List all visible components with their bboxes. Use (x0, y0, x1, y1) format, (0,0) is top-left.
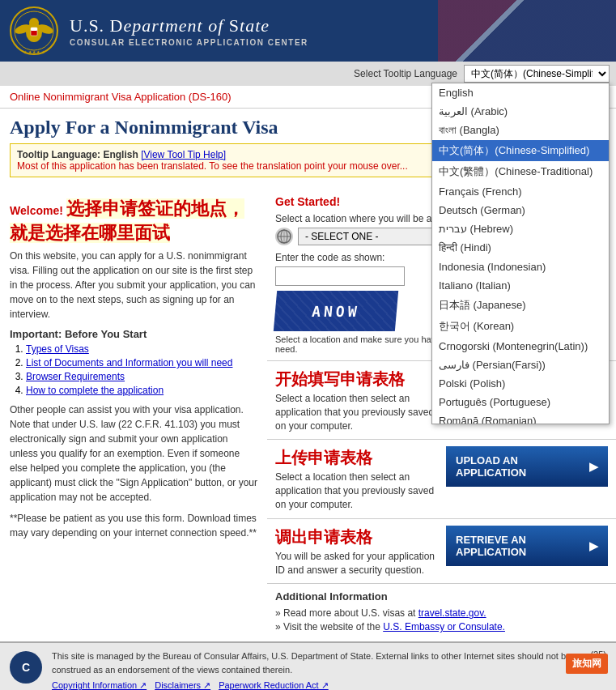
chinese-annotation-retrieve: 调出申请表格 (275, 526, 438, 548)
footer-logo: C (10, 651, 42, 684)
upload-action-text: 上传申请表格 Select a location then select an … (275, 446, 438, 511)
lang-option-17[interactable]: Română (Romanian) (432, 411, 609, 424)
flag-decoration (438, 0, 616, 62)
tooltip-overflow: Most of this application has been transl… (17, 160, 408, 172)
retrieve-action-text: 调出申请表格 You will be asked for your applic… (275, 526, 438, 577)
disclaimers-link[interactable]: Disclaimers ↗ (155, 679, 210, 690)
before-you-start-list: Types of Visas List of Documents and Inf… (10, 343, 257, 396)
language-bar: Select Tooltip Language Englishالعربية (… (0, 62, 616, 86)
lang-option-3[interactable]: 中文(简体）(Chinese-Simplified) (432, 140, 609, 161)
embassy-consulate-link[interactable]: U.S. Embassy or Consulate. (383, 621, 505, 632)
globe-icon (275, 228, 293, 245)
upload-btn-label: UPLOAD AN APPLICATION (456, 454, 589, 479)
site-title: U.S. Department of State CONSULAR ELECTR… (70, 15, 308, 47)
captcha-text: ANOW (311, 303, 360, 320)
arrow-icon-2: ▶ (589, 460, 598, 473)
lang-option-0[interactable]: English (432, 83, 609, 102)
svg-point-5 (29, 18, 39, 28)
lang-option-9[interactable]: Indonesia (Indonesian) (432, 258, 609, 276)
left-body-text: On this website, you can apply for a U.S… (10, 249, 257, 322)
lang-dropdown[interactable]: Englishالعربية (Arabic)বাংলা (Bangla)中文(… (431, 83, 610, 424)
patience-note: **Please be patient as you use this form… (10, 511, 257, 540)
lang-option-2[interactable]: বাংলা (Bangla) (432, 121, 609, 140)
lang-option-14[interactable]: فارسی (Persian(Farsi)) (432, 356, 609, 374)
upload-application-section: 上传申请表格 Select a location then select an … (267, 440, 616, 518)
lang-select-wrapper[interactable]: Englishالعربية (Arabic)বাংলা (Bangla)中文(… (464, 65, 610, 83)
copyright-link[interactable]: Copyright Information ↗ (52, 679, 147, 690)
get-started-text: Get Started! (275, 195, 340, 208)
page-title-link[interactable]: Online Nonimmigrant Visa Application (DS… (10, 91, 232, 103)
upload-application-button[interactable]: UPLOAD AN APPLICATION ▶ (446, 446, 608, 487)
additional-link1-prefix: Read more about U.S. visas at (283, 607, 418, 619)
start-action-text: 开始填写申请表格 Select a location then select a… (275, 368, 438, 432)
list-item: Types of Visas (26, 343, 257, 355)
site-footer: C This site is managed by the Bureau of … (0, 641, 616, 690)
lang-option-8[interactable]: हिन्दी (Hindi) (432, 238, 609, 258)
captcha-input[interactable] (275, 266, 405, 286)
start-description: Select a location then select an applica… (275, 393, 434, 432)
paperwork-link[interactable]: Paperwork Reduction Act ↗ (219, 679, 329, 690)
additional-info-title: Additional Information (275, 590, 608, 603)
retrieve-btn-label: RETRIEVE AN APPLICATION (456, 534, 589, 558)
lang-option-10[interactable]: Italiano (Italian) (432, 276, 609, 295)
lang-option-11[interactable]: 日本語 (Japanese) (432, 295, 609, 316)
lang-bar-label: Select Tooltip Language (354, 68, 457, 79)
tooltip-help-link[interactable]: [View Tool Tip Help] (141, 149, 226, 160)
lang-option-16[interactable]: Português (Portuguese) (432, 393, 609, 411)
chinese-annotation-start: 开始填写申请表格 (275, 368, 438, 390)
footer-body: This site is managed by the Bureau of Co… (52, 651, 571, 675)
watermark: 旅知网 (566, 654, 608, 674)
travel-state-link[interactable]: travel.state.gov. (418, 607, 486, 619)
us-seal: ★ ★ ★ ★ ★ (10, 6, 58, 55)
footer-links: Copyright Information ↗ Disclaimers ↗ Pa… (52, 679, 580, 690)
list-item: How to complete the application (26, 385, 257, 396)
documents-link[interactable]: List of Documents and Information you wi… (26, 357, 232, 368)
types-of-visas-link[interactable]: Types of Visas (26, 343, 89, 355)
lang-option-15[interactable]: Polski (Polish) (432, 374, 609, 393)
retrieve-application-button[interactable]: RETRIEVE AN APPLICATION ▶ (446, 526, 608, 566)
upload-description: Select a location then select an applica… (275, 471, 434, 510)
chinese-annotation-upload: 上传申请表格 (275, 446, 438, 469)
additional-link1-row: Read more about U.S. visas at travel.sta… (275, 607, 608, 619)
svg-text:★ ★ ★ ★ ★: ★ ★ ★ ★ ★ (23, 49, 45, 54)
list-item: List of Documents and Information you wi… (26, 357, 257, 368)
lang-option-12[interactable]: 한국어 (Korean) (432, 316, 609, 337)
subtitle: CONSULAR ELECTRONIC APPLICATION CENTER (70, 38, 308, 47)
svg-rect-7 (31, 28, 37, 31)
tooltip-label: Tooltip Language: English [View Tool Tip… (17, 149, 226, 160)
lang-option-4[interactable]: 中文(繁體）(Chinese-Traditional) (432, 161, 609, 182)
upload-btn-col: UPLOAD AN APPLICATION ▶ (446, 446, 608, 487)
retrieve-application-section: 调出申请表格 You will be asked for your applic… (267, 519, 616, 585)
retrieve-description: You will be asked for your application I… (275, 551, 435, 576)
arrow-icon-3: ▶ (589, 539, 598, 552)
left-column: Welcome! 选择申请签证的地点，就是选择在哪里面试 On this web… (0, 189, 267, 641)
lang-dropdown-list[interactable]: Englishالعربية (Arabic)বাংলা (Bangla)中文(… (432, 83, 609, 424)
footer-text-block: This site is managed by the Bureau of Co… (52, 650, 580, 690)
site-header: ★ ★ ★ ★ ★ U.S. Department of State CONSU… (0, 0, 616, 62)
retrieve-btn-col: RETRIEVE AN APPLICATION ▶ (446, 526, 608, 566)
lang-option-13[interactable]: Crnogorski (Montenegrin(Latin)) (432, 337, 609, 356)
lang-option-1[interactable]: العربية (Arabic) (432, 102, 609, 121)
important-heading: Important: Before You Start (10, 328, 257, 340)
tooltip-lang: English (103, 149, 138, 160)
additional-link2-prefix: Visit the website of the (283, 621, 383, 632)
welcome-heading: Welcome! 选择申请签证的地点，就是选择在哪里面试 (10, 197, 257, 245)
welcome-text: Welcome! (10, 204, 63, 217)
browser-req-link[interactable]: Browser Requirements (26, 371, 125, 382)
captcha-image: ANOW (274, 291, 398, 331)
legal-note: Other people can assist you with your vi… (10, 402, 257, 505)
how-to-link[interactable]: How to complete the application (26, 385, 164, 396)
lang-option-6[interactable]: Deutsch (German) (432, 201, 609, 219)
footer-logo-text: C (22, 661, 30, 674)
lang-option-7[interactable]: עברית (Hebrew) (432, 219, 609, 238)
lang-option-5[interactable]: Français (French) (432, 182, 609, 201)
additional-link2-row: Visit the website of the U.S. Embassy or… (275, 621, 608, 632)
lang-select[interactable]: Englishالعربية (Arabic)বাংলা (Bangla)中文(… (464, 65, 610, 83)
additional-info-section: Additional Information Read more about U… (267, 584, 616, 641)
tooltip-label-text: Tooltip Language: (17, 149, 100, 160)
list-item: Browser Requirements (26, 371, 257, 382)
